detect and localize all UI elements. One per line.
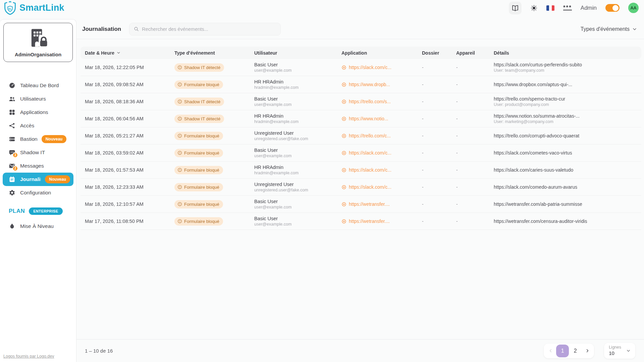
flag-fr-icon: [546, 5, 554, 11]
sidebar-item-tableau-de-bord[interactable]: Tableau De Bord: [3, 79, 73, 92]
column-header: Utilisateur: [250, 50, 337, 56]
nouveau-badge: Nouveau: [42, 135, 67, 143]
appareil-value: -: [456, 133, 458, 138]
theme-toggle-button[interactable]: [530, 4, 538, 12]
dossier-value: -: [422, 219, 424, 224]
share-icon: [9, 122, 15, 129]
pagination-pages: 12: [556, 345, 582, 357]
sidebar-item-utilisateurs[interactable]: Utilisateurs: [3, 92, 73, 106]
table-row[interactable]: Mar 18, 2026, 08:18:36 AM Shadow IT déte…: [80, 93, 641, 110]
dossier-value: -: [422, 116, 424, 121]
appareil-value: -: [456, 116, 458, 121]
page-button-2[interactable]: 2: [569, 345, 582, 357]
search-input[interactable]: [142, 26, 276, 32]
alert-icon: [177, 150, 182, 155]
column-header[interactable]: Date & Heure: [80, 50, 170, 56]
brand-logo[interactable]: SL SmartLink: [3, 1, 64, 15]
shield-logo-icon: SL: [3, 1, 17, 15]
sidebar-item-label: Messages: [20, 163, 44, 169]
alert-icon: [177, 133, 182, 138]
table-header-row: Date & HeureType d'événementUtilisateurA…: [80, 47, 641, 59]
sidebar-item-messages[interactable]: 2 Messages: [3, 159, 73, 173]
event-types-filter[interactable]: Types d'événements: [581, 26, 637, 32]
dossier-value: -: [422, 99, 424, 104]
top-bar: SL SmartLink *** Admin AA: [0, 0, 644, 19]
application-link[interactable]: https://slack.com/c...: [349, 65, 391, 70]
application-link[interactable]: https://wetransfer....: [349, 219, 390, 224]
page-button-1[interactable]: 1: [556, 345, 569, 357]
sidebar-item-configuration[interactable]: Configuration: [3, 186, 73, 199]
table-footer: 1 – 10 de 16 12 Lignes 10: [76, 339, 644, 362]
column-header: Détails: [489, 50, 641, 56]
user-name: Basic User: [254, 62, 337, 67]
sidebar-item-applications[interactable]: Applications: [3, 106, 73, 119]
application-link[interactable]: https://slack.com/c...: [349, 167, 391, 173]
event-type-badge: Formulaire bloqué: [174, 149, 223, 157]
rows-per-page-value: 10: [609, 350, 621, 357]
organisation-card[interactable]: AdminOrganisation: [3, 23, 73, 62]
admin-mode-toggle[interactable]: [605, 4, 620, 12]
eye-icon: [341, 150, 346, 156]
table-row[interactable]: Mar 18, 2026, 12:23:33 AM Formulaire blo…: [80, 179, 641, 196]
logos-credit-link[interactable]: Logos fournis par Logo.dev: [3, 354, 54, 359]
server-icon: [9, 136, 15, 142]
user-name: HR HRAdmin: [254, 113, 337, 119]
sidebar-item-acces[interactable]: Accès: [3, 119, 73, 132]
avatar[interactable]: AA: [628, 3, 639, 13]
application-link[interactable]: https://trello.com/s...: [349, 99, 391, 104]
building-lock-icon: [28, 28, 49, 48]
application-link[interactable]: https://slack.com/c...: [349, 150, 391, 156]
column-header: Dossier: [418, 50, 452, 56]
sidebar-item-shadow-it[interactable]: 3 Shadow IT: [3, 146, 73, 159]
apps-icon: [9, 109, 15, 116]
table-row[interactable]: Mar 18, 2026, 03:59:02 AM Formulaire blo…: [80, 144, 641, 162]
calendar-icon: [9, 176, 15, 183]
sidebar-item-journalisation[interactable]: Journalisation Nouveau: [3, 173, 73, 186]
application-link[interactable]: https://trello.com/c...: [349, 133, 391, 138]
events-table: Date & HeureType d'événementUtilisateurA…: [80, 47, 641, 230]
chevron-right-icon: [585, 348, 590, 353]
page-title: Journalisation: [82, 26, 121, 33]
upgrade-label: Mise À Niveau: [20, 223, 54, 229]
search-box[interactable]: [129, 23, 281, 36]
rows-per-page-select[interactable]: Lignes 10: [604, 343, 635, 358]
next-page-button[interactable]: [582, 345, 593, 357]
details-url: https://trello.com/corrupti-advoco-quaer…: [494, 133, 641, 138]
table-row[interactable]: Mar 18, 2026, 05:21:27 AM Formulaire blo…: [80, 127, 641, 144]
sidebar-item-label: Bastion: [20, 136, 38, 142]
dossier-value: -: [422, 167, 424, 173]
user-name: Unregistered User: [254, 130, 337, 136]
docs-book-button[interactable]: [509, 2, 522, 14]
event-date: Mar 18, 2026, 03:59:02 AM: [85, 150, 144, 156]
sidebar-item-mise-a-niveau[interactable]: Mise À Niveau: [3, 220, 73, 233]
table-row[interactable]: Mar 18, 2026, 06:04:56 AM Shadow IT déte…: [80, 110, 641, 127]
book-icon: [512, 4, 519, 12]
table-row[interactable]: Mar 18, 2026, 12:22:05 PM Shadow IT déte…: [80, 59, 641, 76]
details-url: https://trello.com/sperno-tracto-cur: [494, 96, 641, 102]
table-row[interactable]: Mar 18, 2026, 12:10:57 AM Formulaire blo…: [80, 196, 641, 213]
application-link[interactable]: https://www.dropb...: [349, 82, 390, 87]
details-url: https://wetransfer.com/censura-auditor-v…: [494, 219, 641, 224]
table-row[interactable]: Mar 17, 2026, 11:08:50 PM Formulaire blo…: [80, 213, 641, 230]
application-link[interactable]: https://wetransfer....: [349, 201, 390, 207]
appareil-value: -: [456, 99, 458, 104]
user-name: Basic User: [254, 96, 337, 102]
eye-icon: [341, 82, 346, 87]
sidebar-item-bastion[interactable]: Bastion Nouveau: [3, 132, 73, 146]
application-link[interactable]: https://slack.com/c...: [349, 184, 391, 190]
event-date: Mar 18, 2026, 05:21:27 AM: [85, 133, 144, 138]
application-link[interactable]: https://www.notio...: [349, 116, 388, 121]
chat-icon: 3: [9, 149, 15, 156]
dossier-value: -: [422, 150, 424, 156]
event-date: Mar 17, 2026, 11:08:50 PM: [85, 219, 144, 224]
user-email: user@example.com: [254, 154, 337, 158]
sidebar-item-label: Journalisation: [20, 176, 41, 182]
language-selector[interactable]: [546, 5, 554, 11]
toolbar: Journalisation Types d'événements: [76, 19, 644, 39]
mail-icon: 2: [9, 163, 15, 169]
event-type-badge: Formulaire bloqué: [174, 80, 223, 89]
table-row[interactable]: Mar 18, 2026, 01:57:53 AM Formulaire blo…: [80, 162, 641, 179]
table-row[interactable]: Mar 18, 2026, 09:08:52 AM Formulaire blo…: [80, 76, 641, 93]
previous-page-button[interactable]: [545, 345, 556, 357]
password-dots-icon[interactable]: ***: [563, 5, 572, 10]
